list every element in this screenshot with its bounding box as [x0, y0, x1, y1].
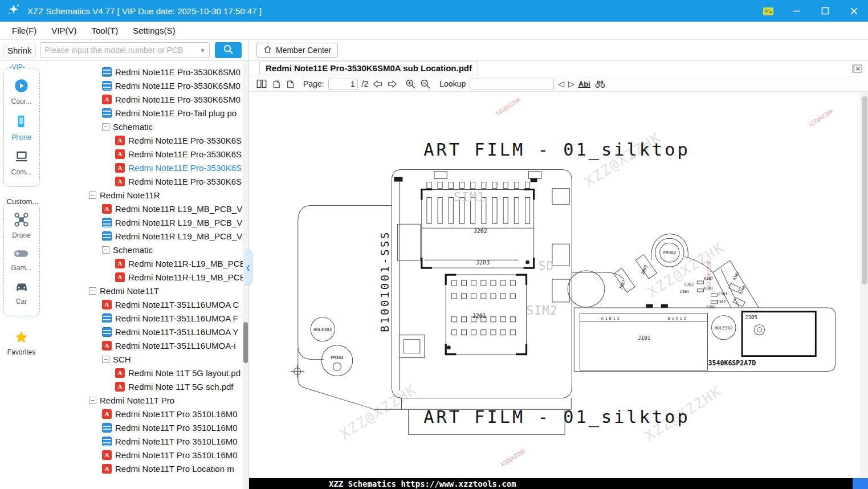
find-next-icon[interactable]: ▷	[568, 79, 574, 88]
pdf-scrollbar-thumb[interactable]	[862, 96, 867, 284]
tree-scrollbar-thumb[interactable]	[243, 322, 248, 363]
lookup-input[interactable]	[470, 79, 554, 89]
tree-item[interactable]: ARedmi Note11E Pro-3530K6S	[43, 161, 248, 174]
tree-item[interactable]: Redmi Note11T-351L16UMOA Y	[43, 325, 248, 339]
tree-item[interactable]: Redmi Note11E Pro-3530K6SM0	[43, 79, 248, 92]
watermark-red-text: XZZ@XZZHK	[495, 96, 522, 116]
pdf-viewport[interactable]: XZZ@XZZHK XZZ@XZZHK XZZ@XZZHK XZZ@XZZHK …	[249, 92, 868, 478]
rail-item-label: Drone	[12, 231, 31, 239]
label-board-code: 3540K6SP2A7D	[708, 359, 756, 367]
tree-item[interactable]: ARedmi Note11T Pro 3510L16M0	[43, 407, 248, 421]
tree-node[interactable]: −Schematic	[43, 243, 248, 256]
tree-node[interactable]: −SCH	[43, 352, 248, 366]
find-prev-icon[interactable]: ◁	[558, 79, 564, 88]
tree-item-label: Redmi Note11E Pro-3530K6S	[128, 149, 242, 159]
shrink-button[interactable]: Shrink	[3, 43, 36, 58]
member-center-button[interactable]: Member Center	[256, 43, 338, 58]
collapse-icon[interactable]: −	[102, 123, 109, 131]
collapse-icon[interactable]: −	[89, 397, 96, 404]
tree-item-label: Redmi Note11T-351L16UMOA F	[115, 313, 238, 323]
rail-item-car[interactable]: Car	[14, 280, 30, 305]
tree-item-label: Redmi Note11T Pro Location m	[115, 464, 234, 474]
tree-item[interactable]: ARedmi Note 11T 5G sch.pdf	[43, 380, 248, 393]
tree-item[interactable]: ARedmi Note11E Pro-3530K6S	[43, 174, 248, 188]
vip-card-icon[interactable]	[761, 3, 776, 18]
tree-item[interactable]: ARedmi Note11E Pro-3530K6S	[43, 147, 248, 161]
tree-item[interactable]: Redmi Note11T Pro 3510L16M0	[43, 434, 248, 448]
rail-item-course[interactable]: Cour...	[11, 78, 31, 105]
tree-item[interactable]: Redmi Note11T-351L16UMOA F	[43, 311, 248, 325]
tree-item-label: Redmi Note11T Pro 3510L16M0	[115, 450, 238, 460]
tree-item[interactable]: ARedmi Note11T-351L16UMOA-i	[43, 339, 248, 352]
tree-item[interactable]: ARedmi Note11R L19_MB_PCB_V5	[43, 202, 248, 215]
tree-item[interactable]: Redmi Note11E Pro-3530K6SM0	[43, 65, 248, 79]
tree-item[interactable]: ARedmi Note 11T 5G layout.pd	[43, 366, 248, 380]
menu-vip[interactable]: VIP(V)	[44, 26, 84, 35]
zoom-out-icon[interactable]	[420, 79, 431, 89]
tree-item[interactable]: Redmi Note11R L19_MB_PCB_V5	[43, 229, 248, 243]
label-r309: R309	[706, 305, 715, 309]
collapse-icon[interactable]: −	[102, 246, 109, 254]
tree-item[interactable]: ARedmi Note11E Pro-3530K6SM0	[43, 92, 248, 106]
schematic-canvas[interactable]: XZZ@XZZHK XZZ@XZZHK XZZ@XZZHK XZZ@XZZHK …	[249, 92, 861, 478]
document-panel: Redmi Note11E Pro-3530K6SM0A sub Locatio…	[249, 61, 868, 489]
tree-item-label: Redmi Note11E Pro-3530K6SM0	[115, 95, 241, 104]
tree-node[interactable]: −Redmi Note11T	[43, 284, 248, 298]
label-fm304: FM304	[331, 355, 344, 360]
collapse-icon[interactable]: −	[102, 356, 109, 363]
highlight-text-icon[interactable]: Abi	[578, 80, 590, 88]
search-button[interactable]	[215, 42, 242, 58]
menu-tool[interactable]: Tool(T)	[84, 26, 126, 35]
rail-item-game[interactable]: Gam...	[11, 247, 31, 272]
rail-item-phone[interactable]: Phone	[11, 113, 31, 141]
tree-item[interactable]: ARedmi Note11E Pro-3530K6S	[43, 133, 248, 147]
document-tab[interactable]: Redmi Note11E Pro-3530K6SM0A sub Locatio…	[259, 62, 478, 75]
tree-item-label: Redmi Note11T-351L16UMOA-i	[115, 341, 235, 351]
label-hole303: HOLE303	[313, 327, 332, 332]
tree-node[interactable]: −Schematic	[43, 120, 248, 133]
pdf-file-icon: A	[115, 177, 125, 186]
close-document-icon[interactable]	[852, 64, 863, 74]
tree-item[interactable]: ARedmi Note11R-L19_MB_PCB	[43, 256, 248, 270]
rotate-page-left-icon[interactable]	[271, 79, 282, 89]
tree-item[interactable]: Redmi Note11E Pro-Tail plug po	[43, 106, 248, 120]
tree-item[interactable]: ARedmi Note11T Pro 3510L16M0	[43, 448, 248, 462]
chevron-down-icon[interactable]: ▼	[197, 47, 209, 54]
pdf-scrollbar[interactable]	[861, 92, 868, 478]
menu-file[interactable]: File(F)	[5, 26, 44, 35]
collapse-icon[interactable]: −	[89, 191, 96, 199]
label-j007: J007	[618, 279, 627, 291]
pdf-file-icon: A	[115, 272, 125, 282]
label-j203: J203	[476, 259, 490, 266]
vip-rail: -VIP- Cour... Phone Com... Cus	[0, 61, 43, 489]
label-a1b12: A1B12	[601, 316, 621, 321]
zoom-in-icon[interactable]	[405, 79, 416, 89]
maximize-button[interactable]	[818, 3, 833, 18]
tree-node[interactable]: −Redmi Note11T Pro	[43, 393, 248, 407]
rail-item-favorites[interactable]: Favorites	[7, 330, 35, 356]
tree-item[interactable]: Redmi Note11R L19_MB_PCB_V5	[43, 215, 248, 229]
model-search-input[interactable]	[40, 46, 197, 55]
panel-collapse-handle[interactable]: ❮	[244, 250, 252, 285]
minimize-button[interactable]	[789, 3, 804, 18]
tree-item[interactable]: ARedmi Note11T-351L16UMOA C	[43, 298, 248, 311]
next-page-icon[interactable]	[387, 79, 398, 89]
rail-item-computer[interactable]: Com...	[11, 149, 31, 176]
rotate-page-right-icon[interactable]	[286, 79, 296, 89]
tree-item[interactable]: ARedmi Note11T Pro Location m	[43, 462, 248, 475]
collapse-icon[interactable]: −	[89, 287, 96, 295]
two-page-view-icon[interactable]	[256, 79, 267, 89]
tree-item-label: Redmi Note11T-351L16UMOA C	[115, 300, 239, 309]
menu-settings[interactable]: Settings(S)	[125, 26, 182, 35]
close-button[interactable]	[846, 3, 861, 18]
tree-item-label: Redmi Note11T Pro 3510L16M0	[115, 423, 238, 433]
tree-item[interactable]: Redmi Note11T Pro 3510L16M0	[43, 421, 248, 434]
tree-node[interactable]: −Redmi Note11R	[43, 188, 248, 202]
window-title: XZZ Schematics V4.77 [ VIP Due date: 202…	[27, 6, 262, 16]
page-input[interactable]	[328, 79, 358, 89]
label-r302: R302	[732, 271, 740, 281]
prev-page-icon[interactable]	[372, 79, 383, 89]
tree-item[interactable]: ARedmi Note11R-L19_MB_PCB	[43, 270, 248, 284]
binoculars-search-icon[interactable]	[594, 79, 606, 89]
rail-item-drone[interactable]: Drone	[12, 212, 31, 239]
